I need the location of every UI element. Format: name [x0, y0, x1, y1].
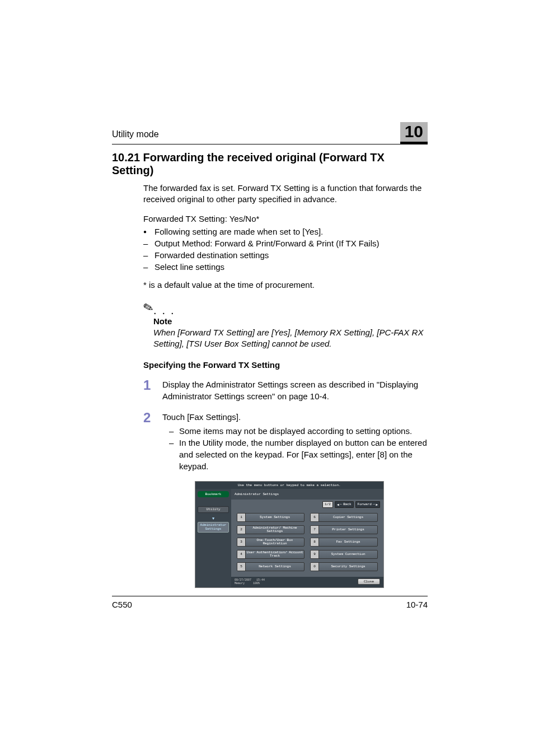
- list-item: Output Method: Forward & Print/Forward &…: [143, 237, 428, 249]
- list-item: Select line settings: [143, 261, 428, 273]
- menu-printer-settings[interactable]: 7Printer Settings: [310, 525, 378, 534]
- menu-admin-machine-settings[interactable]: 2Administrator/ Machine Settings: [237, 525, 305, 534]
- step: 1 Display the Administrator Settings scr…: [143, 379, 428, 402]
- setting-list: Following setting are made when set to […: [143, 226, 428, 273]
- screen-status: 09/27/2007 15:44 Memory 100%: [235, 578, 265, 585]
- arrow-down-icon: ▼: [195, 516, 231, 521]
- note-label: Note: [153, 316, 428, 326]
- step-text: Display the Administrator Settings scree…: [162, 379, 428, 402]
- arrow-right-icon: →: [373, 502, 375, 506]
- intro-paragraph: The forwarded fax is set. Forward TX Set…: [143, 183, 428, 206]
- bookmark-tab[interactable]: Bookmark: [198, 491, 229, 497]
- menu-fax-settings[interactable]: 8Fax Settings: [310, 538, 378, 547]
- setting-summary: Forwarded TX Setting: Yes/No*: [143, 213, 428, 225]
- step-number: 2: [143, 411, 162, 472]
- device-screenshot: Use the menu buttons or keypad to make a…: [195, 481, 384, 588]
- step-number: 1: [143, 379, 162, 402]
- list-item: Forwarded destination settings: [143, 249, 428, 261]
- sidebar-utility-button[interactable]: Utility: [198, 506, 229, 514]
- screen-title: Administrator Settings: [231, 489, 383, 500]
- running-head-title: Utility mode: [112, 129, 159, 139]
- step-subitem: In the Utility mode, the number displaye…: [162, 437, 428, 472]
- ellipsis-icon: ...: [153, 304, 180, 316]
- menu-system-connection[interactable]: 9System Connection: [310, 550, 378, 559]
- step-text: Touch [Fax Settings].: [162, 412, 241, 422]
- menu-network-settings[interactable]: 5Network Settings: [237, 562, 305, 571]
- screen-instruction: Use the menu buttons or keypad to make a…: [195, 482, 383, 489]
- footer-page-number: 10-74: [406, 600, 428, 609]
- section-heading: 10.21 Forwarding the received original (…: [112, 151, 428, 177]
- step: 2 Touch [Fax Settings]. Some items may n…: [143, 411, 428, 472]
- menu-security-settings[interactable]: 0Security Settings: [310, 562, 378, 571]
- note-block: ✎... Note When [Forward TX Setting] are …: [143, 301, 428, 350]
- menu-onetouch-userbox[interactable]: 3One-Touch/User Box Registration: [237, 538, 305, 547]
- sidebar-admin-settings-button[interactable]: Administrator Settings: [198, 522, 229, 533]
- step-subitem: Some items may not be displayed accordin…: [162, 425, 428, 437]
- running-head: Utility mode 10: [112, 122, 428, 144]
- list-item: Following setting are made when set to […: [143, 226, 428, 237]
- menu-copier-settings[interactable]: 6Copier Settings: [310, 513, 378, 522]
- arrow-left-icon: ←: [340, 502, 343, 506]
- arrow-right-icon: ▶: [376, 502, 378, 507]
- back-button[interactable]: ◀←Back: [335, 501, 354, 508]
- page-indicator: 1/2: [322, 501, 333, 508]
- page-footer: C550 10-74: [112, 596, 428, 609]
- chapter-number: 10: [400, 122, 428, 144]
- forward-button[interactable]: Forward→▶: [355, 501, 380, 508]
- footer-model: C550: [112, 600, 132, 609]
- footnote: * is a default value at the time of proc…: [143, 279, 428, 291]
- menu-user-auth-account[interactable]: 4User Authentication/ Account Track: [237, 550, 305, 559]
- subheading: Specifying the Forward TX Setting: [143, 360, 428, 370]
- note-body: When [Forward TX Setting] are [Yes], [Me…: [153, 327, 428, 350]
- close-button[interactable]: Close: [358, 578, 380, 585]
- menu-system-settings[interactable]: 1System Settings: [237, 513, 305, 522]
- arrow-left-icon: ◀: [337, 502, 339, 507]
